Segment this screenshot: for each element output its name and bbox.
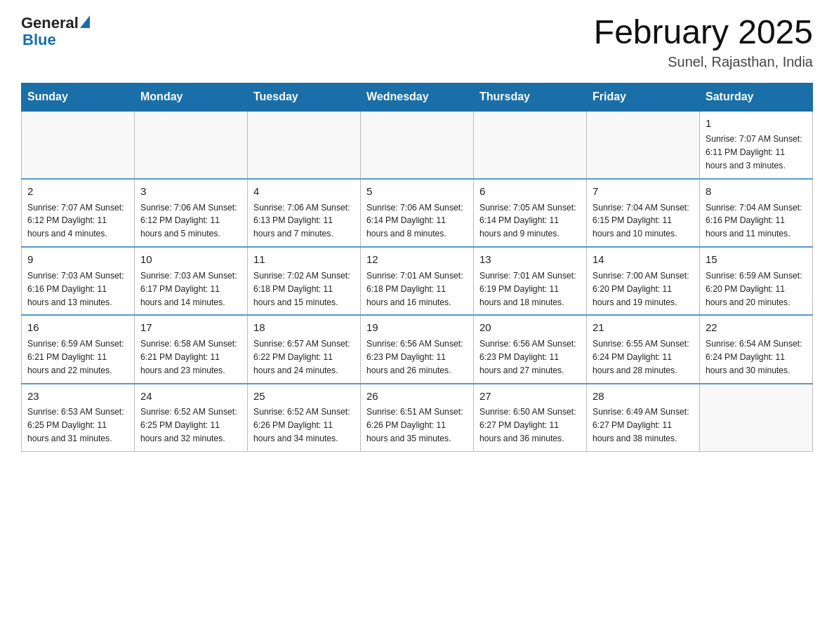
day-info: Sunrise: 6:52 AM Sunset: 6:25 PM Dayligh…	[140, 405, 241, 445]
day-info: Sunrise: 7:02 AM Sunset: 6:18 PM Dayligh…	[253, 269, 355, 309]
calendar-cell: 19Sunrise: 6:56 AM Sunset: 6:23 PM Dayli…	[361, 315, 474, 383]
day-info: Sunrise: 6:56 AM Sunset: 6:23 PM Dayligh…	[366, 337, 468, 377]
calendar-cell: 3Sunrise: 7:06 AM Sunset: 6:12 PM Daylig…	[135, 179, 248, 247]
calendar-cell	[135, 111, 248, 179]
day-number: 6	[479, 184, 581, 200]
location-subtitle: Sunel, Rajasthan, India	[594, 54, 813, 70]
day-info: Sunrise: 6:57 AM Sunset: 6:22 PM Dayligh…	[253, 337, 355, 377]
day-number: 1	[706, 116, 807, 132]
logo-triangle-icon	[80, 15, 90, 28]
calendar-table: SundayMondayTuesdayWednesdayThursdayFrid…	[21, 83, 813, 452]
calendar-header-row: SundayMondayTuesdayWednesdayThursdayFrid…	[22, 83, 813, 111]
calendar-cell: 1Sunrise: 7:07 AM Sunset: 6:11 PM Daylig…	[700, 111, 813, 179]
calendar-cell	[700, 384, 813, 452]
day-info: Sunrise: 7:06 AM Sunset: 6:12 PM Dayligh…	[140, 201, 241, 241]
day-info: Sunrise: 6:53 AM Sunset: 6:25 PM Dayligh…	[27, 405, 128, 445]
day-number: 3	[140, 184, 241, 200]
day-number: 20	[479, 320, 581, 336]
day-info: Sunrise: 6:50 AM Sunset: 6:27 PM Dayligh…	[479, 405, 581, 445]
day-info: Sunrise: 6:49 AM Sunset: 6:27 PM Dayligh…	[593, 405, 694, 445]
day-number: 10	[140, 252, 241, 268]
day-number: 4	[253, 184, 355, 200]
calendar-cell: 21Sunrise: 6:55 AM Sunset: 6:24 PM Dayli…	[587, 315, 700, 383]
calendar-week-row: 9Sunrise: 7:03 AM Sunset: 6:16 PM Daylig…	[22, 247, 813, 315]
day-info: Sunrise: 7:04 AM Sunset: 6:16 PM Dayligh…	[706, 201, 807, 241]
page-header: General Blue February 2025 Sunel, Rajast…	[21, 14, 813, 70]
day-number: 19	[366, 320, 468, 336]
day-number: 24	[140, 389, 241, 405]
calendar-cell	[22, 111, 135, 179]
calendar-cell: 13Sunrise: 7:01 AM Sunset: 6:19 PM Dayli…	[474, 247, 587, 315]
calendar-cell: 24Sunrise: 6:52 AM Sunset: 6:25 PM Dayli…	[135, 384, 248, 452]
calendar-cell: 22Sunrise: 6:54 AM Sunset: 6:24 PM Dayli…	[700, 315, 813, 383]
calendar-cell: 6Sunrise: 7:05 AM Sunset: 6:14 PM Daylig…	[474, 179, 587, 247]
calendar-cell	[474, 111, 587, 179]
day-number: 12	[366, 252, 468, 268]
day-info: Sunrise: 7:00 AM Sunset: 6:20 PM Dayligh…	[593, 269, 694, 309]
logo-blue-text: Blue	[22, 31, 56, 49]
calendar-cell: 27Sunrise: 6:50 AM Sunset: 6:27 PM Dayli…	[474, 384, 587, 452]
day-info: Sunrise: 6:59 AM Sunset: 6:20 PM Dayligh…	[706, 269, 807, 309]
day-info: Sunrise: 6:51 AM Sunset: 6:26 PM Dayligh…	[366, 405, 468, 445]
day-info: Sunrise: 7:03 AM Sunset: 6:17 PM Dayligh…	[140, 269, 241, 309]
calendar-cell: 11Sunrise: 7:02 AM Sunset: 6:18 PM Dayli…	[248, 247, 361, 315]
day-number: 26	[366, 389, 468, 405]
day-number: 17	[140, 320, 241, 336]
calendar-cell	[587, 111, 700, 179]
day-info: Sunrise: 6:59 AM Sunset: 6:21 PM Dayligh…	[27, 337, 128, 377]
day-number: 22	[706, 320, 807, 336]
calendar-cell	[361, 111, 474, 179]
day-header-saturday: Saturday	[700, 83, 813, 111]
day-info: Sunrise: 7:07 AM Sunset: 6:11 PM Dayligh…	[706, 133, 807, 173]
day-info: Sunrise: 7:04 AM Sunset: 6:15 PM Dayligh…	[593, 201, 694, 241]
calendar-cell: 16Sunrise: 6:59 AM Sunset: 6:21 PM Dayli…	[22, 315, 135, 383]
day-number: 15	[706, 252, 807, 268]
calendar-cell: 28Sunrise: 6:49 AM Sunset: 6:27 PM Dayli…	[587, 384, 700, 452]
calendar-week-row: 23Sunrise: 6:53 AM Sunset: 6:25 PM Dayli…	[22, 384, 813, 452]
calendar-cell: 12Sunrise: 7:01 AM Sunset: 6:18 PM Dayli…	[361, 247, 474, 315]
calendar-cell: 10Sunrise: 7:03 AM Sunset: 6:17 PM Dayli…	[135, 247, 248, 315]
day-info: Sunrise: 7:01 AM Sunset: 6:18 PM Dayligh…	[366, 269, 468, 309]
calendar-cell: 5Sunrise: 7:06 AM Sunset: 6:14 PM Daylig…	[361, 179, 474, 247]
day-header-wednesday: Wednesday	[361, 83, 474, 111]
day-header-monday: Monday	[135, 83, 248, 111]
day-info: Sunrise: 6:55 AM Sunset: 6:24 PM Dayligh…	[593, 337, 694, 377]
calendar-cell: 4Sunrise: 7:06 AM Sunset: 6:13 PM Daylig…	[248, 179, 361, 247]
calendar-cell: 20Sunrise: 6:56 AM Sunset: 6:23 PM Dayli…	[474, 315, 587, 383]
calendar-cell: 15Sunrise: 6:59 AM Sunset: 6:20 PM Dayli…	[700, 247, 813, 315]
day-info: Sunrise: 7:06 AM Sunset: 6:13 PM Dayligh…	[253, 201, 355, 241]
day-header-thursday: Thursday	[474, 83, 587, 111]
month-title: February 2025	[594, 14, 813, 51]
day-number: 18	[253, 320, 355, 336]
calendar-cell: 25Sunrise: 6:52 AM Sunset: 6:26 PM Dayli…	[248, 384, 361, 452]
calendar-week-row: 16Sunrise: 6:59 AM Sunset: 6:21 PM Dayli…	[22, 315, 813, 383]
day-number: 16	[27, 320, 128, 336]
calendar-week-row: 2Sunrise: 7:07 AM Sunset: 6:12 PM Daylig…	[22, 179, 813, 247]
day-header-sunday: Sunday	[22, 83, 135, 111]
day-info: Sunrise: 6:56 AM Sunset: 6:23 PM Dayligh…	[479, 337, 581, 377]
day-info: Sunrise: 7:07 AM Sunset: 6:12 PM Dayligh…	[27, 201, 128, 241]
day-info: Sunrise: 7:03 AM Sunset: 6:16 PM Dayligh…	[27, 269, 128, 309]
calendar-cell: 18Sunrise: 6:57 AM Sunset: 6:22 PM Dayli…	[248, 315, 361, 383]
day-number: 14	[593, 252, 694, 268]
day-number: 7	[593, 184, 694, 200]
calendar-cell: 14Sunrise: 7:00 AM Sunset: 6:20 PM Dayli…	[587, 247, 700, 315]
title-section: February 2025 Sunel, Rajasthan, India	[594, 14, 813, 70]
calendar-cell: 26Sunrise: 6:51 AM Sunset: 6:26 PM Dayli…	[361, 384, 474, 452]
day-info: Sunrise: 7:06 AM Sunset: 6:14 PM Dayligh…	[366, 201, 468, 241]
day-header-tuesday: Tuesday	[248, 83, 361, 111]
logo: General Blue	[21, 14, 90, 49]
calendar-cell	[248, 111, 361, 179]
day-number: 5	[366, 184, 468, 200]
day-number: 25	[253, 389, 355, 405]
day-number: 21	[593, 320, 694, 336]
calendar-cell: 2Sunrise: 7:07 AM Sunset: 6:12 PM Daylig…	[22, 179, 135, 247]
day-number: 11	[253, 252, 355, 268]
calendar-cell: 7Sunrise: 7:04 AM Sunset: 6:15 PM Daylig…	[587, 179, 700, 247]
day-header-friday: Friday	[587, 83, 700, 111]
day-info: Sunrise: 6:52 AM Sunset: 6:26 PM Dayligh…	[253, 405, 355, 445]
day-info: Sunrise: 6:58 AM Sunset: 6:21 PM Dayligh…	[140, 337, 241, 377]
calendar-cell: 17Sunrise: 6:58 AM Sunset: 6:21 PM Dayli…	[135, 315, 248, 383]
day-number: 23	[27, 389, 128, 405]
day-number: 28	[593, 389, 694, 405]
